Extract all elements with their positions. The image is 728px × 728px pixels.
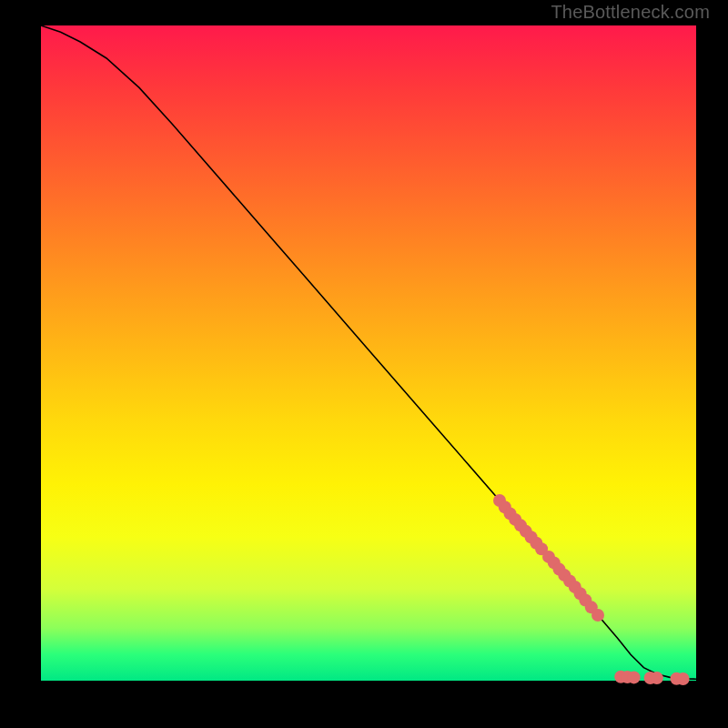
chart-frame: TheBottleneck.com xyxy=(0,0,728,728)
data-marker xyxy=(628,671,641,683)
data-marker xyxy=(651,672,663,684)
attribution-text: TheBottleneck.com xyxy=(551,2,710,23)
baseline-curve xyxy=(41,25,696,679)
curve-layer xyxy=(41,25,696,681)
marker-group xyxy=(493,494,690,685)
plot-area xyxy=(41,25,696,681)
data-marker xyxy=(592,609,604,622)
data-marker xyxy=(677,672,690,685)
